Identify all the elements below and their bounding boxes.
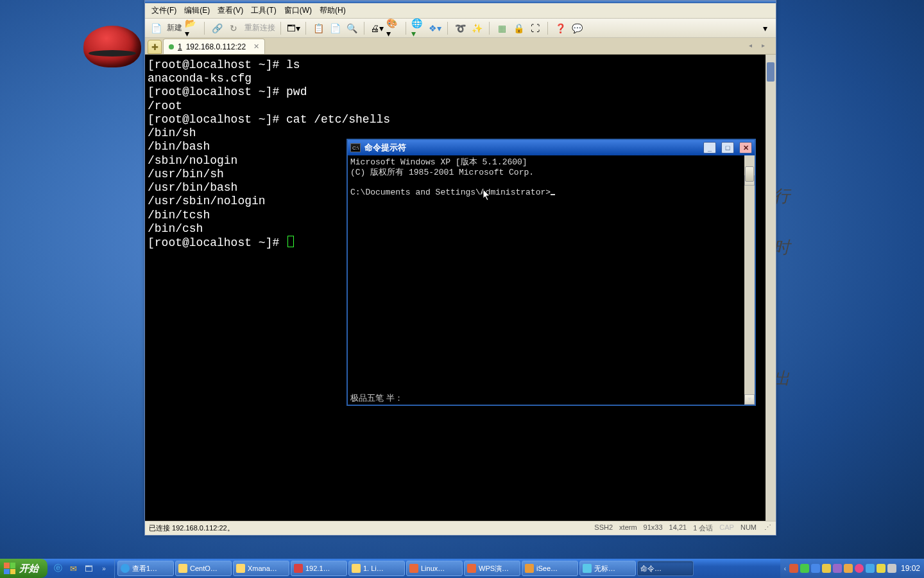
tray-icon[interactable] [800, 564, 809, 573]
tray-icon[interactable] [844, 564, 853, 573]
menu-view[interactable]: 查看(V) [218, 5, 243, 16]
feedback-button[interactable]: 💬 [570, 21, 584, 35]
status-size: 91x33 [644, 523, 663, 533]
menu-window[interactable]: 窗口(W) [284, 5, 312, 16]
new-tab-button[interactable]: ✚ [148, 40, 162, 54]
task-icon [178, 564, 187, 573]
scroll-thumb[interactable] [745, 166, 754, 182]
show-desktop-icon[interactable]: 🗔 [82, 562, 95, 575]
close-button[interactable]: ✕ [739, 142, 752, 153]
status-bar: 已连接 192.168.0.112:22。 SSH2 xterm 91x33 1… [145, 521, 776, 535]
maximize-button[interactable]: □ [721, 142, 734, 153]
task-icon [121, 564, 130, 573]
tray-icon[interactable] [822, 564, 831, 573]
tray-icon[interactable] [789, 564, 798, 573]
globe-button[interactable]: 🌐▾ [411, 21, 425, 35]
taskbar-item[interactable]: Linux… [406, 561, 463, 576]
status-resize-grip[interactable]: ⋰ [763, 523, 772, 533]
separator [406, 22, 406, 35]
cmd-body[interactable]: Microsoft Windows XP [版本 5.1.2600] (C) 版… [348, 155, 755, 405]
separator [204, 22, 205, 35]
fullscreen-button[interactable]: ⛶ [528, 21, 542, 35]
cmd-scrollbar[interactable]: ▲ ▼ [744, 155, 755, 405]
taskbar-item[interactable]: 无标… [579, 561, 636, 576]
menu-help[interactable]: 帮助(H) [320, 5, 346, 16]
task-label: Linux… [421, 565, 445, 572]
scroll-down-button[interactable]: ▼ [744, 394, 755, 405]
task-label: Xmana… [248, 565, 277, 572]
task-label: iSee… [536, 565, 558, 572]
task-list: 查看1…CentO…Xmana…192.1…1. Li…Linux…WPS演…i… [115, 559, 780, 578]
open-button[interactable]: 📂▾ [185, 21, 199, 35]
task-label: 查看1… [132, 564, 157, 574]
print-button[interactable]: 🖨▾ [370, 21, 384, 35]
taskbar-item[interactable]: iSee… [522, 561, 578, 576]
new-session-label: 新建 [167, 22, 182, 33]
status-session-count: 1 会话 [693, 523, 713, 533]
task-icon [409, 564, 418, 573]
reconnect-button[interactable]: ↻ [227, 21, 241, 35]
taskbar-item[interactable]: 1. Li… [348, 561, 405, 576]
windows-logo-icon [4, 563, 15, 574]
start-button[interactable]: 开始 [0, 559, 47, 578]
separator [447, 22, 448, 35]
menubar: 文件(F) 编辑(E) 查看(V) 工具(T) 窗口(W) 帮助(H) [145, 3, 776, 19]
tab-index: 1 [178, 42, 182, 51]
tile-button[interactable]: ▦ [495, 21, 509, 35]
separator [489, 22, 490, 35]
lock-button[interactable]: 🔒 [511, 21, 526, 35]
tray-icon[interactable] [811, 564, 820, 573]
tab-prev-button[interactable]: ◂ [749, 42, 758, 51]
tab-next-button[interactable]: ▸ [762, 42, 771, 51]
find-button[interactable]: 🔍 [345, 21, 359, 35]
terminal-scrollbar[interactable] [766, 55, 776, 521]
help-button[interactable]: ❓ [553, 21, 567, 35]
reconnect-label: 重新连接 [244, 22, 275, 33]
connect-button[interactable]: 🔗 [210, 21, 224, 35]
cmd-titlebar[interactable]: C:\ 命令提示符 _ □ ✕ [348, 140, 755, 155]
tab-close-button[interactable]: ✕ [253, 42, 259, 51]
taskbar-item[interactable]: CentO… [175, 561, 232, 576]
properties-button[interactable]: 🗔▾ [286, 21, 300, 35]
task-label: WPS演… [479, 564, 509, 574]
tray-expand-button[interactable]: ‹ [784, 565, 786, 572]
ql-overflow[interactable]: » [98, 562, 110, 575]
task-label: 192.1… [305, 565, 330, 572]
task-icon [236, 564, 245, 573]
minimize-button[interactable]: _ [703, 142, 716, 153]
task-icon [583, 564, 592, 573]
tray-volume-icon[interactable] [887, 564, 896, 573]
copy-button[interactable]: 📋 [311, 21, 325, 35]
connected-indicator-icon [169, 44, 174, 49]
task-label: 1. Li… [363, 565, 384, 572]
taskbar-item[interactable]: 命令… [637, 561, 694, 576]
menu-edit[interactable]: 编辑(E) [184, 5, 210, 16]
paste-button[interactable]: 📄 [328, 21, 342, 35]
separator [547, 22, 548, 35]
menu-tools[interactable]: 工具(T) [251, 5, 276, 16]
session-tab[interactable]: 1 192.168.0.112:22 ✕ [163, 39, 265, 54]
scroll-thumb[interactable] [767, 62, 774, 82]
toolbar-overflow[interactable]: ▾ [758, 21, 772, 35]
taskbar-item[interactable]: 查看1… [117, 561, 174, 576]
color-button[interactable]: 🎨▾ [386, 21, 400, 35]
tray-shield-icon[interactable] [877, 564, 886, 573]
tray-icon[interactable] [833, 564, 842, 573]
new-session-button[interactable]: 📄 [149, 21, 163, 35]
taskbar-item[interactable]: 192.1… [291, 561, 347, 576]
tab-label: 192.168.0.112:22 [186, 42, 246, 51]
taskbar-item[interactable]: Xmana… [233, 561, 289, 576]
task-label: 无标… [594, 564, 615, 574]
ie-icon[interactable]: ⓔ [51, 562, 64, 575]
ime-status: 极品五笔 半： [350, 393, 403, 403]
menu-file[interactable]: 文件(F) [151, 5, 176, 16]
mail-icon[interactable]: ✉ [67, 562, 80, 575]
xftp-button[interactable]: ❖▾ [428, 21, 442, 35]
script-button[interactable]: ➰ [453, 21, 467, 35]
tray-icon[interactable] [866, 564, 875, 573]
clock[interactable]: 19:02 [901, 564, 920, 573]
separator [305, 22, 306, 35]
taskbar-item[interactable]: WPS演… [464, 561, 520, 576]
tray-icon[interactable] [855, 564, 864, 573]
highlight-button[interactable]: ✨ [470, 21, 484, 35]
